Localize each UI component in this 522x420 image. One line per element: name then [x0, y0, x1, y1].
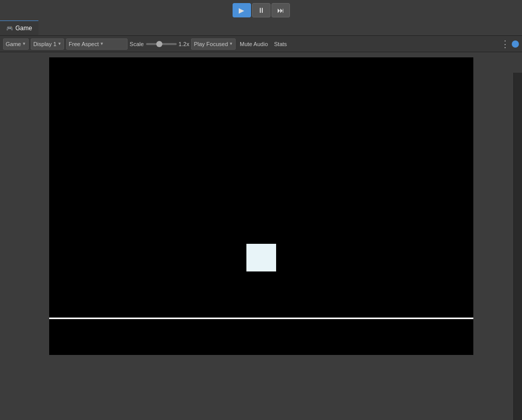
mute-audio-button[interactable]: Mute Audio	[238, 40, 270, 48]
play-icon: ▶	[239, 6, 244, 14]
game-toolbar: Game ▼ Display 1 ▼ Free Aspect ▼ Scale 1…	[0, 36, 522, 52]
step-button[interactable]: ⏭	[272, 3, 290, 17]
main-content	[0, 52, 522, 360]
play-focused-label: Play Focused	[194, 41, 228, 47]
aspect-dropdown-arrow: ▼	[100, 41, 104, 46]
side-panel-indicator	[512, 40, 519, 48]
display1-label: Display 1	[33, 41, 56, 47]
tab-bar: 🎮 Game	[0, 20, 522, 36]
mute-audio-label: Mute Audio	[240, 41, 268, 47]
top-toolbar: ▶ ⏸ ⏭	[0, 0, 522, 20]
tab-game-label: Game	[15, 25, 32, 32]
game-bottom-area	[49, 319, 473, 355]
display1-dropdown-arrow: ▼	[57, 41, 61, 46]
pause-button[interactable]: ⏸	[252, 3, 270, 17]
game-canvas[interactable]	[49, 57, 473, 318]
game-label: Game	[6, 41, 21, 47]
display1-select[interactable]: Display 1 ▼	[31, 38, 64, 50]
aspect-ratio-select[interactable]: Free Aspect ▼	[66, 38, 128, 50]
game-view	[49, 57, 473, 355]
game-dropdown-arrow: ▼	[22, 41, 26, 46]
play-button[interactable]: ▶	[233, 3, 251, 17]
tab-game[interactable]: 🎮 Game	[0, 20, 38, 35]
toolbar-overflow: ⋮	[500, 39, 519, 49]
free-aspect-label: Free Aspect	[69, 41, 99, 47]
overflow-menu-button[interactable]: ⋮	[500, 39, 510, 49]
scale-slider[interactable]	[146, 43, 177, 45]
pause-icon: ⏸	[258, 6, 265, 14]
side-panel	[513, 73, 522, 420]
scale-slider-thumb	[156, 41, 162, 47]
game-display-select[interactable]: Game ▼	[3, 38, 29, 50]
stats-button[interactable]: Stats	[272, 40, 289, 48]
game-tab-icon: 🎮	[6, 25, 13, 32]
step-icon: ⏭	[277, 6, 284, 14]
play-focused-dropdown-arrow: ▼	[229, 41, 233, 46]
game-object	[246, 244, 276, 271]
scale-value: 1.2x	[179, 41, 190, 47]
stats-label: Stats	[274, 41, 287, 47]
play-focused-select[interactable]: Play Focused ▼	[191, 38, 236, 50]
scale-control: Scale 1.2x	[130, 41, 189, 47]
main-area	[0, 52, 522, 360]
scale-label: Scale	[130, 41, 144, 47]
